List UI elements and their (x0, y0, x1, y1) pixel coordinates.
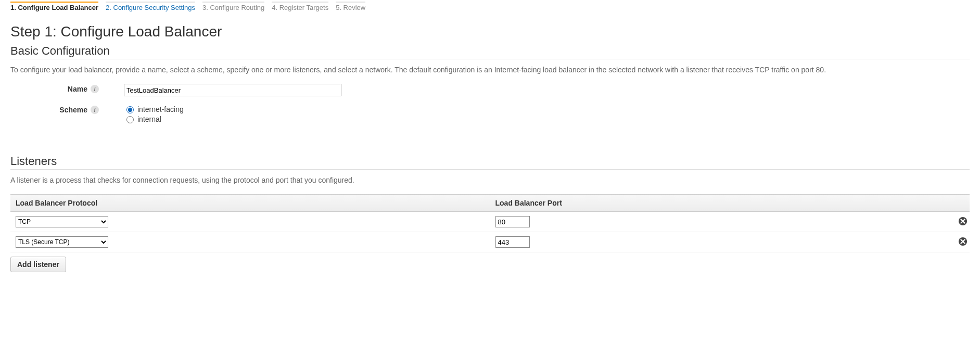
listener-row: TCP (10, 212, 970, 232)
wizard-step-3[interactable]: 3. Configure Routing (202, 2, 264, 14)
port-input[interactable] (495, 236, 530, 248)
wizard-step-5[interactable]: 5. Review (336, 2, 365, 14)
page-title: Step 1: Configure Load Balancer (10, 23, 970, 40)
scheme-radio-internet-facing[interactable] (126, 106, 134, 113)
protocol-select[interactable]: TLS (Secure TCP) (16, 236, 108, 248)
basic-config-description: To configure your load balancer, provide… (10, 65, 970, 75)
scheme-row: Scheme i internet-facing internal (10, 105, 970, 124)
wizard-steps: 1. Configure Load Balancer2. Configure S… (10, 0, 970, 14)
info-icon[interactable]: i (91, 106, 99, 114)
delete-listener-icon[interactable] (958, 217, 968, 226)
scheme-label: Scheme (59, 106, 87, 114)
scheme-option-label: internal (137, 115, 161, 123)
scheme-option-internet-facing[interactable]: internet-facing (124, 105, 184, 113)
protocol-select[interactable]: TCP (16, 216, 108, 227)
scheme-option-label: internet-facing (137, 105, 184, 113)
listeners-col-protocol: Load Balancer Protocol (10, 195, 490, 212)
name-label: Name (68, 85, 87, 93)
scheme-radio-internal[interactable] (126, 116, 134, 123)
name-input[interactable] (124, 84, 341, 96)
info-icon[interactable]: i (91, 85, 99, 93)
listeners-col-port: Load Balancer Port (490, 195, 944, 212)
scheme-option-internal[interactable]: internal (124, 115, 184, 123)
wizard-step-4[interactable]: 4. Register Targets (272, 2, 328, 14)
wizard-step-2[interactable]: 2. Configure Security Settings (106, 2, 195, 14)
name-row: Name i (10, 84, 970, 96)
listeners-table: Load Balancer Protocol Load Balancer Por… (10, 194, 970, 252)
wizard-step-1[interactable]: 1. Configure Load Balancer (10, 2, 98, 14)
basic-config-heading: Basic Configuration (10, 44, 970, 59)
port-input[interactable] (495, 216, 530, 227)
add-listener-button[interactable]: Add listener (10, 257, 66, 272)
listeners-heading: Listeners (10, 155, 970, 170)
listener-row: TLS (Secure TCP) (10, 232, 970, 252)
delete-listener-icon[interactable] (958, 237, 968, 246)
listeners-description: A listener is a process that checks for … (10, 175, 970, 186)
